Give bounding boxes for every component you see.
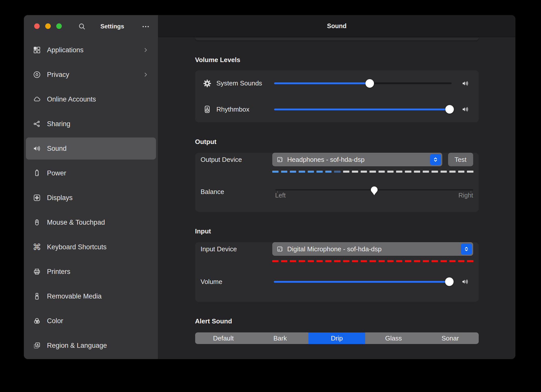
meter-dash-filled <box>414 260 420 262</box>
output-heading: Output <box>195 137 479 146</box>
meter-dash-filled <box>325 260 332 262</box>
meter-dash-filled <box>441 260 447 262</box>
output-card: Output Device Headphones - sof-hda-dsp T… <box>195 153 479 212</box>
meter-dash-filled <box>405 260 411 262</box>
search-icon[interactable] <box>78 22 86 30</box>
meter-dash-filled <box>458 260 464 262</box>
sidebar-item-label: Privacy <box>47 71 69 79</box>
alert-option-default[interactable]: Default <box>195 332 252 344</box>
meter-dash-filled <box>361 260 367 262</box>
meter-dash-empty <box>369 171 376 173</box>
system-sounds-row: System Sounds <box>195 70 479 96</box>
region-icon <box>33 341 41 350</box>
chevron-right-icon <box>142 46 149 54</box>
alert-option-glass[interactable]: Glass <box>365 332 422 344</box>
slider-thumb[interactable] <box>365 79 374 88</box>
printers-icon <box>33 267 41 276</box>
alert-option-drip[interactable]: Drip <box>308 332 365 344</box>
speaker-volume-icon <box>462 106 469 113</box>
dropdown-spinner[interactable] <box>461 243 472 255</box>
page-title: Sound <box>327 22 347 30</box>
sidebar-item-printers[interactable]: Printers <box>26 261 156 283</box>
balance-slider[interactable]: Left Right <box>275 184 473 199</box>
speaker-volume-icon <box>461 278 469 285</box>
meter-dash-filled <box>316 171 323 173</box>
menu-icon[interactable] <box>141 22 150 31</box>
power-icon <box>33 169 41 177</box>
sidebar-item-removable-media[interactable]: Removable Media <box>26 285 156 307</box>
input-device-select[interactable]: Digital Microphone - sof-hda-dsp <box>272 242 473 256</box>
output-device-label: Output Device <box>201 156 272 164</box>
output-level-meter <box>272 171 473 173</box>
sidebar-item-power[interactable]: Power <box>26 162 156 184</box>
meter-dash-empty <box>449 171 456 173</box>
sidebar-item-keyboard-shortcuts[interactable]: ⌘Keyboard Shortcuts <box>26 236 156 258</box>
balance-left-label: Left <box>275 192 286 199</box>
meter-dash-filled <box>299 260 305 262</box>
meter-dash-filled <box>369 260 376 262</box>
output-device-select[interactable]: Headphones - sof-hda-dsp <box>272 153 442 166</box>
sidebar-item-label: Removable Media <box>47 292 102 300</box>
sidebar-item-label: Applications <box>47 46 84 54</box>
meter-dash-empty <box>343 171 349 173</box>
alert-option-bark[interactable]: Bark <box>252 332 308 344</box>
slider-thumb[interactable] <box>445 105 454 114</box>
meter-dash-filled <box>396 260 402 262</box>
applications-icon <box>33 46 41 54</box>
sidebar-item-online-accounts[interactable]: Online Accounts <box>26 88 156 110</box>
alert-option-sonar[interactable]: Sonar <box>422 332 479 344</box>
meter-dash-filled <box>308 171 314 173</box>
meter-dash-filled <box>343 260 349 262</box>
content: Volume Levels System Sounds Rhythmbox <box>158 37 515 359</box>
rhythmbox-label: Rhythmbox <box>217 106 274 113</box>
input-device-row: Input Device Digital Microphone - sof-hd… <box>195 242 479 256</box>
sidebar-item-mouse-touchpad[interactable]: Mouse & Touchpad <box>26 211 156 233</box>
dropdown-spinner[interactable] <box>430 154 441 165</box>
audio-card-icon <box>276 245 284 253</box>
input-device-value: Digital Microphone - sof-hda-dsp <box>287 245 382 253</box>
test-button[interactable]: Test <box>448 153 473 166</box>
meter-dash-filled <box>387 260 394 262</box>
sidebar-item-region-language[interactable]: Region & Language <box>26 334 156 357</box>
sidebar-item-color[interactable]: Color <box>26 310 156 332</box>
meter-dash-filled <box>299 171 305 173</box>
sidebar-item-sharing[interactable]: Sharing <box>26 113 156 135</box>
sidebar-item-privacy[interactable]: Privacy <box>26 64 156 86</box>
input-volume-slider[interactable] <box>274 277 451 287</box>
system-sounds-slider[interactable] <box>274 78 452 88</box>
meter-dash-empty <box>405 171 411 173</box>
meter-dash-filled <box>352 260 358 262</box>
speaker-volume-icon <box>462 80 469 87</box>
input-volume-row: Volume <box>195 277 479 287</box>
sidebar-header: Settings <box>24 15 158 39</box>
rhythmbox-row: Rhythmbox <box>195 96 479 123</box>
sidebar-item-label: Sound <box>47 145 67 153</box>
close-button[interactable] <box>34 23 40 29</box>
meter-dash-filled <box>431 260 438 262</box>
privacy-icon <box>33 70 41 79</box>
input-volume-label: Volume <box>201 278 274 286</box>
minimize-button[interactable] <box>45 23 51 29</box>
meter-dash-filled <box>290 171 296 173</box>
sidebar-item-label: Printers <box>47 268 70 276</box>
sidebar-item-label: Power <box>47 169 66 177</box>
input-level-meter <box>272 260 473 262</box>
meter-dash-empty <box>467 171 473 173</box>
meter-dash-empty <box>396 171 402 173</box>
meter-dash-empty <box>431 171 438 173</box>
traffic-lights <box>34 23 62 29</box>
up-down-chevron-icon <box>463 246 470 252</box>
alert-sound-segments: DefaultBarkDripGlassSonar <box>195 332 479 344</box>
sidebar-item-sound[interactable]: Sound <box>26 137 156 160</box>
slider-thumb[interactable] <box>445 277 454 286</box>
displays-icon <box>33 193 41 202</box>
slider-fill <box>274 82 370 84</box>
rhythmbox-slider[interactable] <box>274 104 452 114</box>
input-device-label: Input Device <box>201 245 272 253</box>
meter-dash-empty <box>423 171 429 173</box>
sidebar-item-applications[interactable]: Applications <box>26 39 156 61</box>
volume-levels-heading: Volume Levels <box>195 56 479 64</box>
maximize-button[interactable] <box>56 23 62 29</box>
meter-dash-filled <box>334 171 340 173</box>
sidebar-item-displays[interactable]: Displays <box>26 187 156 209</box>
